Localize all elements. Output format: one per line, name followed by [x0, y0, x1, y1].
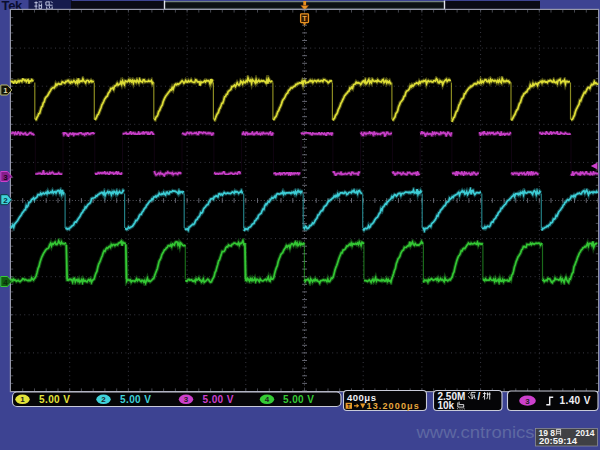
- svg-text:2: 2: [3, 196, 8, 205]
- svg-text:/: /: [478, 391, 481, 402]
- svg-text:3: 3: [184, 395, 189, 404]
- svg-text:1: 1: [20, 395, 25, 404]
- svg-text:13.2000μs: 13.2000μs: [367, 401, 420, 411]
- svg-text:10k: 10k: [438, 400, 455, 411]
- svg-text:2: 2: [101, 395, 106, 404]
- svg-text:1: 1: [3, 86, 8, 95]
- svg-text:5.00 V: 5.00 V: [120, 394, 151, 405]
- svg-text:3: 3: [525, 397, 530, 406]
- svg-text:1.40 V: 1.40 V: [560, 395, 591, 406]
- svg-text:5.00 V: 5.00 V: [39, 394, 70, 405]
- svg-text:5.00 V: 5.00 V: [283, 394, 314, 405]
- svg-text:2014: 2014: [576, 428, 595, 438]
- svg-text:5.00 V: 5.00 V: [203, 394, 234, 405]
- svg-text:4: 4: [3, 278, 8, 287]
- svg-text:4: 4: [265, 395, 270, 404]
- svg-text:20:59:14: 20:59:14: [539, 435, 578, 446]
- svg-text:T: T: [302, 14, 307, 23]
- svg-text:3: 3: [3, 173, 8, 182]
